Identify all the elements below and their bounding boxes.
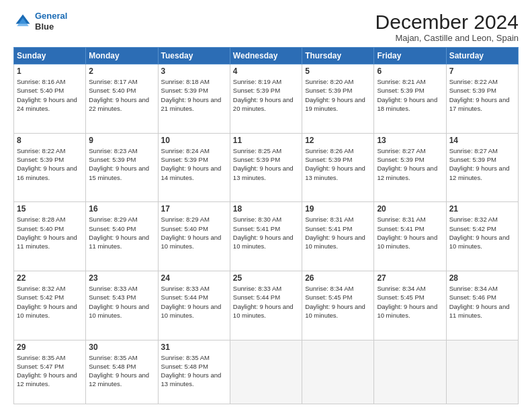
table-cell: 6 Sunrise: 8:21 AMSunset: 5:39 PMDayligh…	[374, 64, 446, 134]
location: Majan, Castille and Leon, Spain	[375, 33, 519, 43]
table-cell: 23 Sunrise: 8:33 AMSunset: 5:43 PMDaylig…	[86, 271, 158, 340]
table-cell: 5 Sunrise: 8:20 AMSunset: 5:39 PMDayligh…	[302, 64, 374, 134]
table-cell: 25 Sunrise: 8:33 AMSunset: 5:44 PMDaylig…	[230, 271, 302, 340]
table-cell: 20 Sunrise: 8:31 AMSunset: 5:41 PMDaylig…	[374, 202, 446, 271]
table-row: 22 Sunrise: 8:32 AMSunset: 5:42 PMDaylig…	[14, 271, 519, 340]
table-cell: 19 Sunrise: 8:31 AMSunset: 5:41 PMDaylig…	[302, 202, 374, 271]
calendar-table: Sunday Monday Tuesday Wednesday Thursday…	[13, 47, 519, 404]
header: General Blue December 2024 Majan, Castil…	[13, 11, 519, 43]
table-cell-empty	[230, 340, 302, 404]
table-cell-empty	[302, 340, 374, 404]
table-cell-empty	[374, 340, 446, 404]
table-cell: 17 Sunrise: 8:29 AMSunset: 5:40 PMDaylig…	[158, 202, 230, 271]
table-row: 8 Sunrise: 8:22 AMSunset: 5:39 PMDayligh…	[14, 133, 519, 202]
month-title: December 2024	[375, 11, 519, 33]
col-monday: Monday	[86, 48, 158, 64]
logo-text: General Blue	[35, 11, 67, 32]
table-cell: 15 Sunrise: 8:28 AMSunset: 5:40 PMDaylig…	[14, 202, 86, 271]
table-cell: 11 Sunrise: 8:25 AMSunset: 5:39 PMDaylig…	[230, 133, 302, 202]
table-row: 15 Sunrise: 8:28 AMSunset: 5:40 PMDaylig…	[14, 202, 519, 271]
table-cell: 13 Sunrise: 8:27 AMSunset: 5:39 PMDaylig…	[374, 133, 446, 202]
table-cell: 2 Sunrise: 8:17 AMSunset: 5:40 PMDayligh…	[86, 64, 158, 134]
table-cell: 12 Sunrise: 8:26 AMSunset: 5:39 PMDaylig…	[302, 133, 374, 202]
table-cell: 16 Sunrise: 8:29 AMSunset: 5:40 PMDaylig…	[86, 202, 158, 271]
table-row: 29 Sunrise: 8:35 AMSunset: 5:47 PMDaylig…	[14, 340, 519, 404]
calendar-header-row: Sunday Monday Tuesday Wednesday Thursday…	[14, 48, 519, 64]
table-cell: 14 Sunrise: 8:27 AMSunset: 5:39 PMDaylig…	[446, 133, 518, 202]
logo-icon	[13, 12, 32, 31]
table-cell-empty	[446, 340, 518, 404]
table-cell: 29 Sunrise: 8:35 AMSunset: 5:47 PMDaylig…	[14, 340, 86, 404]
col-sunday: Sunday	[14, 48, 86, 64]
table-cell: 7 Sunrise: 8:22 AMSunset: 5:39 PMDayligh…	[446, 64, 518, 134]
table-cell: 27 Sunrise: 8:34 AMSunset: 5:45 PMDaylig…	[374, 271, 446, 340]
page: General Blue December 2024 Majan, Castil…	[0, 0, 532, 411]
table-cell: 10 Sunrise: 8:24 AMSunset: 5:39 PMDaylig…	[158, 133, 230, 202]
col-wednesday: Wednesday	[230, 48, 302, 64]
table-row: 1 Sunrise: 8:16 AMSunset: 5:40 PMDayligh…	[14, 64, 519, 134]
table-cell: 30 Sunrise: 8:35 AMSunset: 5:48 PMDaylig…	[86, 340, 158, 404]
col-tuesday: Tuesday	[158, 48, 230, 64]
table-cell: 21 Sunrise: 8:32 AMSunset: 5:42 PMDaylig…	[446, 202, 518, 271]
col-saturday: Saturday	[446, 48, 518, 64]
table-cell: 18 Sunrise: 8:30 AMSunset: 5:41 PMDaylig…	[230, 202, 302, 271]
table-cell: 4 Sunrise: 8:19 AMSunset: 5:39 PMDayligh…	[230, 64, 302, 134]
table-cell: 26 Sunrise: 8:34 AMSunset: 5:45 PMDaylig…	[302, 271, 374, 340]
col-friday: Friday	[374, 48, 446, 64]
table-cell: 24 Sunrise: 8:33 AMSunset: 5:44 PMDaylig…	[158, 271, 230, 340]
table-cell: 31 Sunrise: 8:35 AMSunset: 5:48 PMDaylig…	[158, 340, 230, 404]
table-cell: 28 Sunrise: 8:34 AMSunset: 5:46 PMDaylig…	[446, 271, 518, 340]
table-cell: 3 Sunrise: 8:18 AMSunset: 5:39 PMDayligh…	[158, 64, 230, 134]
table-cell: 9 Sunrise: 8:23 AMSunset: 5:39 PMDayligh…	[86, 133, 158, 202]
col-thursday: Thursday	[302, 48, 374, 64]
title-block: December 2024 Majan, Castille and Leon, …	[375, 11, 519, 43]
table-cell: 22 Sunrise: 8:32 AMSunset: 5:42 PMDaylig…	[14, 271, 86, 340]
table-cell: 8 Sunrise: 8:22 AMSunset: 5:39 PMDayligh…	[14, 133, 86, 202]
table-cell: 1 Sunrise: 8:16 AMSunset: 5:40 PMDayligh…	[14, 64, 86, 134]
logo: General Blue	[13, 11, 67, 32]
